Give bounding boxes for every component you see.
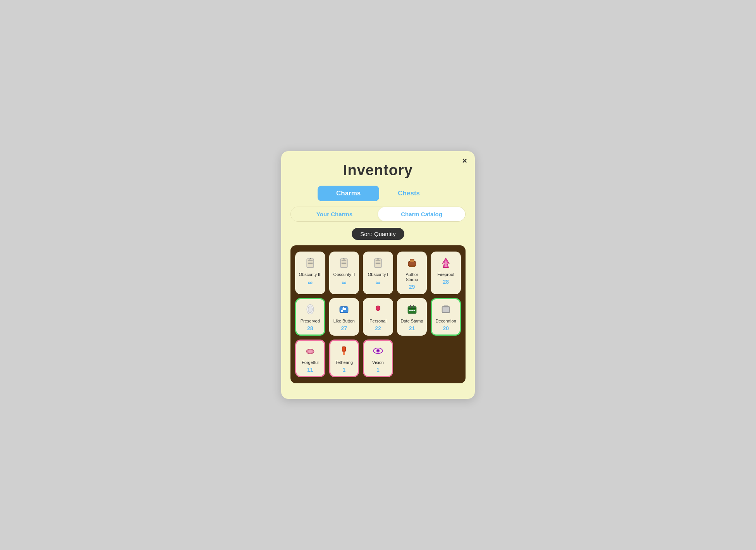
charm-name: Tethering: [335, 360, 353, 365]
forgetful-icon: [304, 345, 316, 359]
charm-name: Preserved: [301, 319, 320, 324]
tab-chests[interactable]: Chests: [379, 186, 438, 201]
charm-card[interactable]: Vision1: [363, 340, 393, 377]
charm-name: Obscurity II: [333, 272, 355, 277]
top-tabs: Charms Chests: [290, 186, 466, 201]
charm-card[interactable]: Like Button27: [329, 298, 359, 336]
charm-name: Author Stamp: [400, 272, 424, 282]
svg-rect-33: [342, 347, 346, 352]
charm-name: Personal: [369, 319, 386, 324]
svg-rect-30: [444, 305, 448, 307]
charm-card[interactable]: Forgetful11: [295, 340, 325, 377]
svg-rect-23: [410, 305, 411, 308]
charm-card[interactable]: Decoration20: [431, 298, 461, 336]
sub-tab-your-charms[interactable]: Your Charms: [291, 207, 378, 221]
obscurity-icon: [372, 257, 384, 271]
svg-point-37: [377, 350, 379, 352]
charm-count: 1: [376, 367, 380, 373]
personal-icon: [372, 303, 384, 317]
date_stamp-icon: [406, 303, 418, 317]
charm-grid: Obscurity III∞Obscurity II∞Obscurity I∞A…: [295, 252, 461, 378]
charm-name: Fireproof: [437, 272, 454, 277]
svg-rect-34: [343, 352, 345, 355]
vision-icon: [372, 345, 384, 359]
charm-card[interactable]: Obscurity II∞: [329, 252, 359, 294]
charm-card[interactable]: Tethering1: [329, 340, 359, 377]
svg-rect-4: [341, 259, 348, 267]
charm-count: 28: [443, 279, 449, 285]
charm-count: 22: [375, 325, 381, 331]
charm-count: 21: [409, 325, 415, 331]
tethering-icon: [338, 345, 350, 359]
charm-name: Vision: [372, 360, 384, 365]
charm-card[interactable]: Obscurity I∞: [363, 252, 393, 294]
svg-rect-13: [410, 259, 414, 262]
charm-name: Obscurity III: [299, 272, 321, 277]
charm-count: 27: [341, 325, 347, 331]
charm-count: 28: [307, 325, 313, 331]
svg-rect-26: [411, 310, 413, 311]
charm-grid-container: Obscurity III∞Obscurity II∞Obscurity I∞A…: [290, 245, 466, 384]
tab-charms[interactable]: Charms: [318, 186, 379, 201]
charm-name: Obscurity I: [368, 272, 388, 277]
obscurity-icon: [304, 257, 316, 271]
charm-card[interactable]: Obscurity III∞: [295, 252, 325, 294]
charm-card[interactable]: Preserved28: [295, 298, 325, 336]
close-button[interactable]: ×: [462, 157, 467, 165]
charm-count: ∞: [376, 279, 381, 287]
charm-count: ∞: [342, 279, 347, 287]
decoration-icon: [440, 303, 452, 317]
charm-count: 1: [342, 367, 345, 373]
svg-rect-22: [408, 308, 416, 309]
svg-rect-0: [307, 259, 314, 267]
charm-card[interactable]: Personal22: [363, 298, 393, 336]
charm-name: Forgetful: [302, 360, 318, 365]
charm-card[interactable]: Fireproof28: [431, 252, 461, 294]
svg-rect-20: [341, 310, 343, 312]
like_button-icon: [338, 303, 350, 317]
fireproof-icon: [440, 257, 452, 271]
charm-card[interactable]: Author Stamp29: [397, 252, 427, 294]
charm-count: 11: [307, 367, 313, 373]
svg-point-18: [308, 306, 312, 313]
charm-name: Like Button: [333, 319, 355, 324]
preserved-icon: [304, 303, 316, 317]
inventory-modal: × Inventory Charms Chests Your Charms Ch…: [281, 151, 475, 399]
sort-button[interactable]: Sort: Quantity: [352, 228, 404, 240]
charm-name: Decoration: [436, 319, 456, 324]
svg-rect-14: [409, 266, 415, 267]
author_stamp-icon: [406, 257, 418, 271]
modal-title: Inventory: [290, 162, 466, 179]
svg-point-32: [308, 350, 313, 353]
charm-name: Date Stamp: [401, 319, 423, 324]
svg-rect-27: [413, 310, 415, 311]
svg-rect-8: [375, 259, 381, 267]
sub-tabs: Your Charms Charm Catalog: [290, 207, 466, 222]
svg-rect-24: [413, 305, 414, 308]
charm-count: 29: [409, 284, 415, 290]
svg-rect-25: [409, 310, 411, 311]
charm-count: 20: [443, 325, 449, 331]
obscurity-icon: [338, 257, 350, 271]
sub-tab-charm-catalog[interactable]: Charm Catalog: [378, 207, 465, 221]
svg-rect-29: [443, 307, 449, 312]
charm-card[interactable]: Date Stamp21: [397, 298, 427, 336]
charm-count: ∞: [308, 279, 313, 287]
